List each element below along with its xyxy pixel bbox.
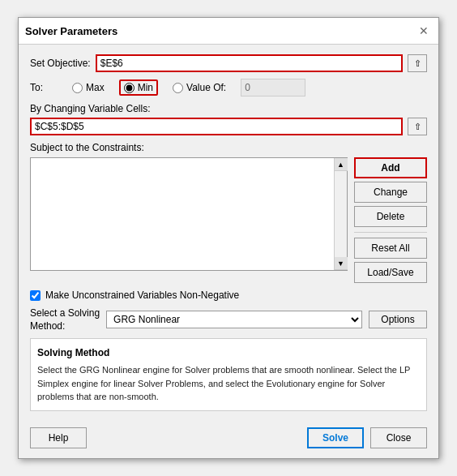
right-buttons: Solve Close [307, 427, 427, 448]
solving-method-text: Select the GRG Nonlinear engine for Solv… [37, 363, 420, 404]
radio-max[interactable] [72, 83, 83, 93]
changing-cells-input[interactable] [30, 118, 403, 135]
radio-valueof-label[interactable]: Value Of: [173, 82, 226, 93]
set-objective-label: Set Objective: [30, 58, 91, 69]
dialog-body: Set Objective: ⇧ To: Max Min Value Of: [19, 45, 438, 421]
divider [354, 232, 427, 233]
constraints-area: ▲ ▼ Add Change Delete Reset All Load/Sav… [30, 157, 427, 283]
options-button[interactable]: Options [369, 311, 427, 328]
scrollbar: ▲ ▼ [334, 158, 347, 270]
changing-cells-row: ⇧ [30, 118, 427, 135]
set-objective-row: Set Objective: ⇧ [30, 54, 427, 72]
value-of-input[interactable] [241, 79, 305, 96]
changing-cells-label: By Changing Variable Cells: [30, 103, 427, 114]
scroll-down-btn[interactable]: ▼ [335, 257, 348, 270]
close-icon[interactable]: ✕ [416, 23, 432, 39]
unconstrained-checkbox[interactable] [30, 290, 41, 301]
select-method-label-2: Method: [30, 320, 100, 332]
solving-method-title: Solving Method [37, 345, 420, 360]
bottom-buttons: Help Solve Close [19, 421, 438, 458]
radio-min-label[interactable]: Min [119, 79, 158, 96]
constraints-list[interactable] [31, 158, 334, 270]
reset-all-button[interactable]: Reset All [354, 238, 427, 259]
to-label: To: [30, 82, 43, 93]
radio-min[interactable] [124, 83, 135, 93]
method-select[interactable]: GRG Nonlinear Simplex LP Evolutionary [106, 311, 362, 328]
add-button[interactable]: Add [354, 157, 427, 178]
radio-max-label[interactable]: Max [72, 82, 105, 93]
set-objective-upload-btn[interactable]: ⇧ [408, 54, 427, 72]
changing-cells-upload-btn[interactable]: ⇧ [408, 118, 427, 135]
unconstrained-label: Make Unconstrained Variables Non-Negativ… [45, 289, 239, 301]
unconstrained-checkbox-row: Make Unconstrained Variables Non-Negativ… [30, 289, 427, 301]
method-row: Select a Solving Method: GRG Nonlinear S… [30, 307, 427, 332]
close-button[interactable]: Close [370, 427, 427, 448]
select-method-label-1: Select a Solving [30, 307, 100, 319]
constraints-wrapper: ▲ ▼ [30, 157, 348, 271]
help-button[interactable]: Help [30, 427, 87, 448]
to-row: To: Max Min Value Of: [30, 79, 427, 96]
dialog-title: Solver Parameters [25, 25, 117, 37]
change-button[interactable]: Change [354, 182, 427, 203]
changing-cells-section: By Changing Variable Cells: ⇧ [30, 103, 427, 135]
radio-options: Max Min Value Of: [48, 79, 305, 96]
constraints-section: Subject to the Constraints: ▲ ▼ Add Chan… [30, 142, 427, 283]
delete-button[interactable]: Delete [354, 206, 427, 227]
load-save-button[interactable]: Load/Save [354, 262, 427, 283]
solver-parameters-dialog: Solver Parameters ✕ Set Objective: ⇧ To:… [18, 17, 439, 459]
method-label-group: Select a Solving Method: [30, 307, 100, 332]
constraint-buttons: Add Change Delete Reset All Load/Save [354, 157, 427, 283]
scroll-up-btn[interactable]: ▲ [335, 158, 348, 171]
title-bar: Solver Parameters ✕ [19, 18, 438, 45]
solve-button[interactable]: Solve [307, 427, 364, 448]
set-objective-input[interactable] [96, 54, 403, 72]
solving-method-box: Solving Method Select the GRG Nonlinear … [30, 338, 427, 411]
radio-value-of[interactable] [173, 83, 183, 93]
constraints-label: Subject to the Constraints: [30, 142, 427, 153]
